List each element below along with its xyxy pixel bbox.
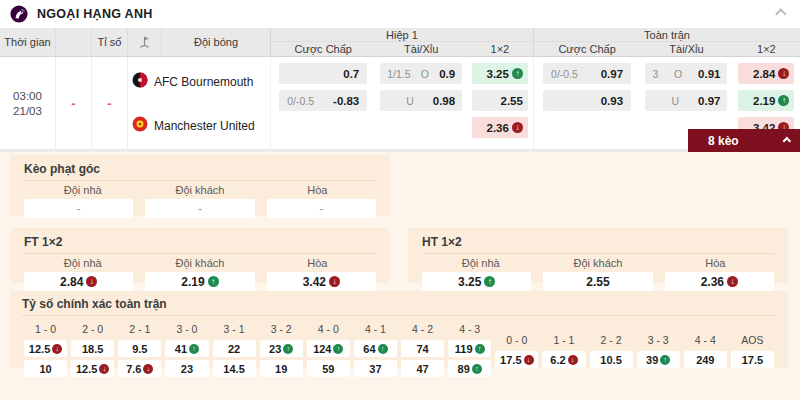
trend-up-icon: ↑ bbox=[512, 68, 523, 79]
score-label: 1 - 0 bbox=[35, 323, 56, 335]
fulltime-overunder-odds[interactable]: U0.97 bbox=[645, 90, 727, 111]
odds-value: 23 bbox=[269, 343, 281, 355]
exact-score-odds-box[interactable]: 249 bbox=[684, 351, 727, 368]
exact-score-odds-box[interactable]: 12.5↓ bbox=[24, 340, 67, 357]
trend-down-icon: ↓ bbox=[727, 276, 738, 287]
fulltime-handicap-odds[interactable]: 0/-0.50.97 bbox=[543, 63, 631, 84]
exact-score-odds-box[interactable]: 14.5 bbox=[213, 360, 256, 377]
odds-value: 0.97 bbox=[601, 68, 623, 80]
corner-odds-box[interactable]: - bbox=[145, 199, 254, 218]
fulltime-handicap-odds[interactable]: 0.93 bbox=[543, 90, 631, 111]
half1-overunder-odds[interactable]: U0.98 bbox=[380, 90, 462, 111]
exact-score-odds-box[interactable]: 64↑ bbox=[354, 340, 397, 357]
exact-score-odds-box[interactable]: 119↑ bbox=[448, 340, 491, 357]
exact-score-odds-box[interactable]: 12.5↓ bbox=[71, 360, 114, 377]
col-away-label: Đội khách bbox=[141, 184, 258, 196]
collapse-widget-button[interactable] bbox=[768, 4, 788, 24]
over-under-side: U bbox=[671, 95, 679, 107]
over-under-side: O bbox=[674, 68, 682, 80]
exact-score-odds-box[interactable]: 7.6↓ bbox=[118, 360, 161, 377]
odds-value: 10 bbox=[39, 363, 51, 375]
exact-score-odds-box[interactable]: 39↑ bbox=[637, 351, 680, 368]
exact-score-column: 4 - 27447 bbox=[399, 319, 446, 377]
half1-handicap-odds[interactable]: 0/-0.5-0.83 bbox=[279, 90, 367, 111]
corner-odds-box[interactable]: - bbox=[267, 199, 376, 218]
exact-score-column-draw: AOS17.5 bbox=[729, 319, 776, 377]
score-label: 4 - 2 bbox=[412, 323, 433, 335]
odds-value: 12.5 bbox=[76, 363, 97, 375]
exact-score-odds-box[interactable]: 10 bbox=[24, 360, 67, 377]
column-header-score: Tỉ số bbox=[92, 28, 128, 56]
col-draw-label: Hòa bbox=[259, 257, 376, 269]
exact-score-odds-box[interactable]: 23↑ bbox=[260, 340, 303, 357]
home-team[interactable]: AFC Bournemouth bbox=[132, 60, 270, 104]
exact-score-odds-box[interactable]: 41↑ bbox=[165, 340, 208, 357]
odds-value: 0.98 bbox=[433, 95, 455, 107]
ft-odds-box[interactable]: 2.19↑ bbox=[145, 272, 254, 291]
ht-odds-box[interactable]: 3.25↑ bbox=[422, 272, 531, 291]
exact-score-column: 4 - 164↑37 bbox=[352, 319, 399, 377]
odds-value: 18.5 bbox=[82, 343, 103, 355]
chevron-up-icon bbox=[775, 8, 786, 19]
ht-1x2-panel: HT 1×2 Đội nhà Đội khách Hòa 3.25↑2.552.… bbox=[408, 228, 788, 283]
ht-odds-box[interactable]: 2.36↓ bbox=[665, 272, 774, 291]
ht-odds-box[interactable]: 2.55 bbox=[543, 272, 652, 291]
odds-group-half1: 0.70/-0.5-0.83 1/1.5O0.9U0.98 3.25↑2.552… bbox=[270, 57, 533, 149]
exact-score-odds-box[interactable]: 10.5 bbox=[590, 351, 633, 368]
score-label: 4 - 1 bbox=[365, 323, 386, 335]
exact-score-odds-box[interactable]: 22 bbox=[213, 340, 256, 357]
exact-score-odds-box[interactable]: 89↑ bbox=[448, 360, 491, 377]
panel-column-headers: Đội nhà Đội khách Hòa bbox=[24, 257, 376, 269]
exact-score-odds-box[interactable]: 6.2↓ bbox=[542, 351, 585, 368]
score-label: 4 - 4 bbox=[695, 334, 716, 346]
half1-1x2-odds[interactable]: 2.55 bbox=[472, 90, 528, 111]
exact-score-odds-box[interactable]: 17.5↓ bbox=[495, 351, 538, 368]
exact-score-column-draw: 2 - 210.5 bbox=[588, 319, 635, 377]
exact-score-column: 3 - 12214.5 bbox=[211, 319, 258, 377]
odds-value: 41 bbox=[175, 343, 187, 355]
more-bets-button[interactable]: 8 kèo bbox=[688, 129, 800, 152]
odds-value: 74 bbox=[416, 343, 428, 355]
away-team[interactable]: Manchester United bbox=[132, 104, 270, 148]
ft-odds-box[interactable]: 2.84↓ bbox=[24, 272, 133, 291]
exact-score-odds-box[interactable]: 9.5 bbox=[118, 340, 161, 357]
score-label: 3 - 2 bbox=[271, 323, 292, 335]
odds-value: 3.25 bbox=[487, 68, 509, 80]
odds-value: 14.5 bbox=[223, 363, 244, 375]
exact-score-odds-box[interactable]: 47 bbox=[401, 360, 444, 377]
exact-score-odds-box[interactable]: 18.5 bbox=[71, 340, 114, 357]
column-header-time: Thời gian bbox=[0, 28, 56, 56]
corner-odds-panel: Kèo phạt góc Đội nhà Đội khách Hòa --- bbox=[10, 155, 390, 216]
col-draw-label: Hòa bbox=[259, 184, 376, 196]
fulltime-overunder-odds[interactable]: 3O0.91 bbox=[645, 63, 727, 84]
corner-odds-box[interactable]: - bbox=[24, 199, 133, 218]
fulltime-1x2-odds[interactable]: 2.19↑ bbox=[738, 90, 794, 111]
exact-score-odds-box[interactable]: 23 bbox=[165, 360, 208, 377]
half1-1x2-odds[interactable]: 3.25↑ bbox=[472, 63, 528, 84]
column-header-handicap-h1: Cược Chấp bbox=[271, 43, 376, 55]
exact-score-odds-box[interactable]: 74 bbox=[401, 340, 444, 357]
score-placeholder: - bbox=[56, 57, 92, 149]
trend-up-icon: ↑ bbox=[378, 344, 388, 354]
odds-value: 2.84 bbox=[753, 68, 775, 80]
ft-1x2-panel: FT 1×2 Đội nhà Đội khách Hòa 2.84↓2.19↑3… bbox=[10, 228, 390, 283]
half1-handicap-odds[interactable]: 0.7 bbox=[279, 63, 367, 84]
trend-down-icon: ↓ bbox=[143, 364, 153, 374]
exact-score-odds-box[interactable]: 124↑ bbox=[307, 340, 350, 357]
exact-score-odds-box[interactable]: 59 bbox=[307, 360, 350, 377]
odds-value: 2.19 bbox=[181, 275, 204, 289]
exact-score-odds-box[interactable]: 19 bbox=[260, 360, 303, 377]
group-header-fulltime: Toàn trận Cược Chấp Tài/Xỉu 1×2 bbox=[533, 28, 800, 56]
ft-odds-box[interactable]: 3.42↓ bbox=[267, 272, 376, 291]
exact-score-column-draw: 3 - 339↑ bbox=[635, 319, 682, 377]
kickoff-date: 21/03 bbox=[13, 105, 42, 117]
score-label: 4 - 3 bbox=[459, 323, 480, 335]
league-title: NGOẠI HẠNG ANH bbox=[37, 7, 153, 21]
half1-1x2-odds[interactable]: 2.36↓ bbox=[472, 117, 528, 138]
odds-value: 17.5 bbox=[742, 354, 763, 366]
half1-overunder-odds[interactable]: 1/1.5O0.9 bbox=[380, 63, 462, 84]
fulltime-1x2-odds[interactable]: 2.84↓ bbox=[738, 63, 794, 84]
exact-score-odds-box[interactable]: 17.5 bbox=[731, 351, 774, 368]
score-label: 2 - 0 bbox=[82, 323, 103, 335]
exact-score-odds-box[interactable]: 37 bbox=[354, 360, 397, 377]
